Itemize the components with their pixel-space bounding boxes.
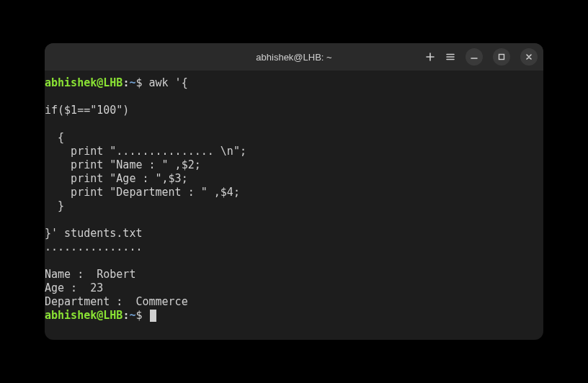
hamburger-menu-button[interactable] [445, 52, 455, 62]
command-text: awk '{ [142, 76, 187, 89]
svg-rect-0 [499, 55, 504, 60]
close-button[interactable] [520, 48, 538, 66]
prompt-user-host: abhishek@LHB [45, 76, 122, 89]
command-text: }' students.txt [45, 227, 142, 240]
output-text: Name : Robert [45, 268, 135, 281]
command-text: print "Age : ",$3; [45, 172, 188, 185]
output-text: ............... [45, 240, 149, 253]
new-tab-button[interactable] [425, 52, 435, 62]
output-text: Department : Commerce [45, 295, 188, 308]
prompt-dollar: $ [135, 309, 142, 322]
terminal-body[interactable]: abhishek@LHB:~$ awk '{ if($1=="100") { p… [45, 71, 543, 328]
command-text: print "Department : " ,$4; [45, 186, 240, 199]
command-text: } [45, 199, 64, 212]
output-text: Age : 23 [45, 281, 103, 294]
command-text: print "Name : " ,$2; [45, 158, 201, 171]
cursor-icon [150, 310, 156, 322]
command-text: { [45, 131, 64, 144]
command-text: if($1=="100") [45, 104, 129, 117]
titlebar: abhishek@LHB: ~ [45, 43, 543, 71]
prompt-user-host: abhishek@LHB [45, 309, 122, 322]
terminal-window: abhishek@LHB: ~ abhishek@LHB:~$ awk '{ i… [45, 43, 543, 340]
window-title: abhishek@LHB: ~ [256, 52, 331, 63]
maximize-button[interactable] [493, 48, 510, 66]
command-text: print "............... \n"; [45, 145, 246, 158]
window-controls [425, 48, 538, 66]
minimize-button[interactable] [466, 48, 483, 66]
